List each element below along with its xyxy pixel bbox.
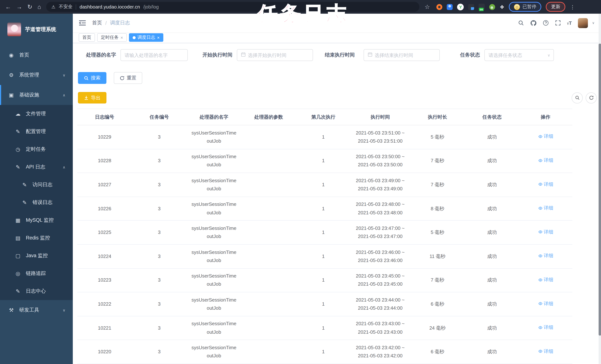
- sidebar-item[interactable]: ☁ 文件管理: [0, 105, 73, 123]
- page-tab[interactable]: 首页: [79, 33, 95, 42]
- extension-orange-icon[interactable]: [437, 4, 442, 10]
- cell-handler: sysUserSessionTimeoutJob: [187, 149, 241, 173]
- extension-plant-icon[interactable]: [489, 4, 495, 10]
- page-tab[interactable]: 定时任务 ×: [97, 33, 127, 42]
- export-button[interactable]: 导出: [78, 92, 106, 103]
- browser-update-button[interactable]: 更新: [546, 2, 566, 12]
- bookmark-star-icon[interactable]: ☆: [425, 4, 430, 10]
- detail-link[interactable]: 详细: [538, 300, 553, 308]
- sidebar-item-label: Redis 监控: [26, 235, 50, 241]
- detail-link[interactable]: 详细: [538, 132, 553, 141]
- github-icon[interactable]: [530, 20, 536, 26]
- sidebar-item[interactable]: ✎ 错误日志: [0, 194, 73, 211]
- detail-link[interactable]: 详细: [538, 323, 553, 332]
- app-logo-row[interactable]: 芋道管理系统: [0, 14, 73, 45]
- breadcrumb: 首页 / 调度日志: [92, 20, 130, 26]
- system-gear-icon: ⚙: [8, 72, 14, 78]
- sidebar-item-label: API 日志: [26, 164, 45, 170]
- filter-input[interactable]: [372, 50, 439, 61]
- error-log-icon: ✎: [21, 200, 28, 205]
- sidebar-item[interactable]: ⚒ 研发工具 ∨: [0, 300, 73, 320]
- tab-close-icon[interactable]: ×: [157, 35, 160, 40]
- scrollbar-thumb[interactable]: [599, 44, 601, 335]
- sidebar-item[interactable]: ◷ 定时任务: [0, 141, 73, 158]
- toggle-search-button[interactable]: [572, 92, 583, 103]
- sidebar-item[interactable]: ✎ API 日志 ∧: [0, 158, 73, 176]
- extensions-puzzle-icon[interactable]: ❖: [500, 4, 504, 10]
- filter-input[interactable]: [246, 50, 313, 61]
- fullscreen-icon[interactable]: [555, 20, 561, 26]
- scrollbar-top-strip: [599, 0, 601, 14]
- extension-squares-icon[interactable]: [468, 4, 474, 10]
- app-layout: 芋道管理系统 ◉ 首页 ⚙ 系统管理 ∨ ▣ 基础设施 ∧: [0, 14, 601, 364]
- detail-link[interactable]: 详细: [538, 204, 553, 212]
- sidebar-item[interactable]: ◉ 首页: [0, 45, 73, 65]
- sidebar-toggle-icon[interactable]: [79, 20, 86, 26]
- cell-handler: sysUserSessionTimeoutJob: [187, 292, 241, 316]
- reset-button[interactable]: 重置: [114, 72, 142, 84]
- breadcrumb-separator: /: [105, 20, 107, 26]
- chevron-icon: ∨: [63, 308, 65, 312]
- address-bar[interactable]: ⚠ 不安全 dashboard.yudao.iocoder.cn/job/log: [46, 2, 419, 12]
- cell-action: 详细: [519, 125, 572, 149]
- filter-input-box: [364, 49, 440, 61]
- detail-link[interactable]: 详细: [538, 228, 553, 236]
- sidebar-item[interactable]: ▣ 基础设施 ∧: [0, 85, 73, 105]
- app-logo: [7, 22, 21, 36]
- cell-action: 详细: [519, 197, 572, 221]
- sidebar-item-label: 系统管理: [19, 72, 39, 78]
- extension-y-icon[interactable]: Y: [457, 3, 464, 10]
- sidebar-item[interactable]: ▢ Java 监控: [0, 247, 73, 265]
- user-avatar[interactable]: [578, 18, 588, 28]
- avatar-caret-icon[interactable]: ∨: [592, 21, 594, 25]
- browser-back-icon[interactable]: ←: [5, 4, 11, 10]
- detail-link[interactable]: 详细: [538, 156, 553, 164]
- sidebar-item[interactable]: ✎ 日志中心: [0, 282, 73, 300]
- cell-exec-time: 2021-05-03 23:47:00 ~2021-05-03 23:47:00: [351, 221, 410, 244]
- sidebar-item[interactable]: ▦ MySQL 监控: [0, 211, 73, 229]
- font-size-icon[interactable]: тT: [567, 20, 572, 26]
- detail-link[interactable]: 详细: [538, 347, 553, 355]
- cell-job-id: 3: [132, 292, 187, 316]
- cell-action: 详细: [519, 221, 572, 244]
- detail-link[interactable]: 详细: [538, 180, 553, 188]
- search-button[interactable]: 搜索: [78, 72, 106, 84]
- browser-reload-icon[interactable]: ↻: [27, 4, 32, 10]
- table-row: 10224 3 sysUserSessionTimeoutJob 1 2021-…: [77, 244, 572, 268]
- header-search-icon[interactable]: [518, 20, 524, 26]
- browser-toolbar: ← → ↻ ⌂ ⚠ 不安全 dashboard.yudao.iocoder.cn…: [0, 0, 601, 14]
- sidebar-item[interactable]: ⚙ 系统管理 ∨: [0, 65, 73, 85]
- browser-home-icon[interactable]: ⌂: [38, 4, 41, 10]
- page-scrollbar[interactable]: [599, 0, 601, 364]
- table-column-header: 任务状态: [465, 109, 519, 125]
- table-column-header: 第几次执行: [296, 109, 351, 125]
- browser-forward-icon[interactable]: →: [16, 4, 22, 10]
- cell-exec-index: 1: [296, 221, 351, 244]
- filter-input[interactable]: [485, 50, 553, 61]
- browser-menu-icon[interactable]: ⋮: [570, 4, 575, 10]
- sidebar-item[interactable]: ▤ Redis 监控: [0, 229, 73, 247]
- filter-input[interactable]: [121, 50, 187, 61]
- detail-link[interactable]: 详细: [538, 252, 553, 260]
- page-tab[interactable]: 调度日志 ×: [129, 33, 163, 42]
- eye-icon: [538, 325, 543, 330]
- sidebar-item[interactable]: ✎ 配置管理: [0, 123, 73, 141]
- extension-on-icon[interactable]: on: [479, 4, 485, 10]
- tab-close-icon[interactable]: ×: [120, 35, 123, 40]
- detail-link[interactable]: 详细: [538, 276, 553, 284]
- status-text: 成功: [487, 277, 497, 283]
- sidebar-item[interactable]: ◎ 链路追踪: [0, 265, 73, 282]
- profile-paused-chip[interactable]: ☺ 已暂停: [509, 2, 541, 12]
- breadcrumb-home[interactable]: 首页: [92, 20, 102, 26]
- cell-exec-time: 2021-05-03 23:51:00 ~2021-05-03 23:51:00: [351, 125, 410, 149]
- sidebar-item[interactable]: ✎ 访问日志: [0, 176, 73, 194]
- screen: ← → ↻ ⌂ ⚠ 不安全 dashboard.yudao.iocoder.cn…: [0, 0, 601, 364]
- cell-param: [241, 173, 296, 197]
- sidebar-item-label: 链路追踪: [26, 270, 46, 277]
- status-text: 成功: [487, 182, 497, 187]
- extension-gem-icon[interactable]: [447, 4, 453, 10]
- not-secure-icon: ⚠: [51, 4, 55, 10]
- refresh-table-button[interactable]: [586, 92, 597, 103]
- help-icon[interactable]: [543, 20, 549, 26]
- calendar-icon: [368, 52, 372, 58]
